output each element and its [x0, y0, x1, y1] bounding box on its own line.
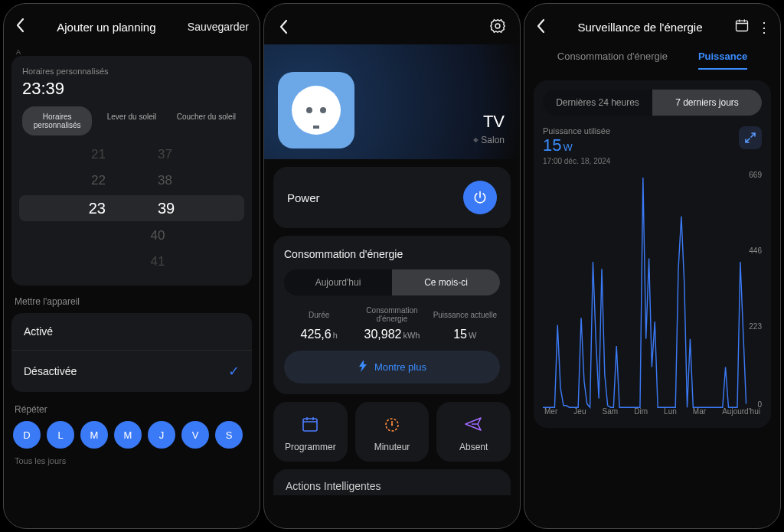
wheel-min-selected[interactable]: 39 [158, 200, 175, 217]
more-icon[interactable]: ⋮ [757, 19, 769, 36]
wheel-min[interactable]: 37 [158, 147, 172, 162]
device-name: TV [473, 112, 505, 132]
custom-hours-label: Horaires personnalisés [22, 67, 241, 76]
back-icon[interactable] [278, 19, 289, 38]
action-away-label: Absent [459, 442, 488, 452]
wheel-min[interactable]: 40 [151, 228, 165, 243]
ytick: 0 [757, 400, 762, 409]
back-icon[interactable] [535, 18, 546, 37]
save-button[interactable]: Sauvegarder [188, 21, 249, 33]
device-room: ⌖ Salon [473, 135, 505, 145]
stat-energy-unit: kWh [403, 331, 420, 340]
day-wed[interactable]: M [114, 421, 142, 449]
action-schedule[interactable]: Programmer [273, 402, 348, 462]
mode-sunset[interactable]: Coucher du soleil [172, 106, 241, 135]
phone-device: TV ⌖ Salon Power Consommation d'énergie … [263, 3, 521, 529]
smart-actions-card[interactable]: Actions Intelligentes [273, 469, 511, 495]
power-chart-card: Dernières 24 heures 7 derniers jours Pui… [534, 80, 771, 428]
period-today[interactable]: Aujourd'hui [284, 269, 392, 295]
header: Surveillance de l'énergie ⋮ [524, 4, 780, 43]
ytick: 669 [749, 171, 762, 179]
stat-power-label: Puissance actuelle [430, 306, 500, 323]
stat-power: Puissance actuelle 15W [430, 306, 500, 341]
stat-energy-label: Consommation d'énergie [357, 306, 426, 323]
action-timer[interactable]: Minuteur [355, 402, 430, 462]
bolt-icon [358, 360, 368, 374]
svg-rect-4 [737, 21, 748, 31]
smart-actions-label: Actions Intelligentes [286, 480, 381, 492]
repeat-label: Répéter [15, 404, 252, 415]
days-row: D L M M J V S [11, 421, 252, 449]
svg-rect-1 [303, 419, 317, 431]
wheel-hour[interactable]: 21 [91, 147, 106, 162]
range-7d[interactable]: 7 derniers jours [652, 90, 762, 116]
day-sat[interactable]: S [215, 421, 243, 449]
power-toggle-button[interactable] [463, 181, 497, 214]
device-icon-tile [278, 72, 354, 149]
svg-point-0 [495, 24, 500, 28]
stats-row: Durée 425,6h Consommation d'énergie 30,9… [284, 306, 500, 341]
consumption-card: Consommation d'énergie Aujourd'hui Ce mo… [273, 236, 511, 394]
state-off-label: Désactivée [24, 365, 77, 377]
day-sun[interactable]: D [13, 421, 41, 449]
action-timer-label: Minuteur [374, 442, 410, 452]
day-tue[interactable]: M [80, 421, 108, 449]
power-used-unit: W [563, 142, 572, 153]
stat-duration-unit: h [333, 331, 338, 340]
period-month[interactable]: Ce mois-ci [392, 269, 500, 295]
page-title: Surveillance de l'énergie [554, 21, 727, 34]
airplane-icon [464, 414, 484, 434]
power-chart[interactable]: 669 446 223 0 [543, 175, 762, 404]
stat-duration-val: 425,6 [301, 328, 332, 341]
tab-consumption[interactable]: Consommation d'énergie [557, 51, 668, 70]
back-icon[interactable] [15, 18, 25, 36]
tabs: Consommation d'énergie Puissance [524, 51, 780, 70]
day-mon[interactable]: L [47, 421, 74, 449]
power-card: Power [273, 167, 511, 228]
day-fri[interactable]: V [181, 421, 209, 449]
range-24h[interactable]: Dernières 24 heures [543, 90, 652, 116]
wheel-min[interactable]: 38 [158, 173, 172, 188]
chart-timestamp: 17:00 déc. 18, 2024 [543, 157, 762, 165]
wheel-min[interactable]: 41 [151, 254, 165, 269]
day-thu[interactable]: J [148, 421, 175, 449]
state-off-option[interactable]: Désactivée ✓ [11, 351, 252, 392]
stat-energy-val: 30,982 [364, 328, 402, 341]
power-label: Power [287, 191, 320, 204]
page-title: Ajouter un planning [33, 21, 180, 34]
consumption-title: Consommation d'énergie [284, 248, 500, 260]
stat-duration: Durée 425,6h [284, 306, 354, 341]
ytick: 223 [749, 322, 762, 331]
state-on-label: Activé [24, 325, 53, 338]
expand-chart-button[interactable] [739, 126, 762, 149]
device-state-label: Mettre l'appareil [15, 296, 252, 307]
tab-power[interactable]: Puissance [698, 51, 747, 70]
show-more-button[interactable]: Montre plus [284, 351, 500, 383]
show-more-label: Montre plus [374, 361, 426, 373]
svg-point-3 [391, 424, 393, 426]
stat-energy: Consommation d'énergie 30,982kWh [357, 306, 426, 341]
ytick: 446 [749, 246, 762, 255]
power-used-label: Puissance utilisée [543, 126, 610, 135]
mode-sunrise[interactable]: Lever du soleil [96, 106, 166, 135]
header: Ajouter un planning Sauvegarder [4, 4, 260, 44]
selected-time: 23:39 [22, 79, 241, 99]
period-segment: Aujourd'hui Ce mois-ci [284, 269, 500, 295]
state-on-option[interactable]: Activé [11, 313, 252, 350]
action-away[interactable]: Absent [436, 402, 511, 462]
power-used-value: 15 [543, 135, 561, 155]
settings-icon[interactable] [489, 18, 506, 38]
wheel-hour[interactable]: 22 [91, 173, 106, 188]
action-schedule-label: Programmer [285, 442, 336, 452]
stat-power-val: 15 [453, 328, 467, 341]
every-day-note: Tous les jours [15, 456, 252, 465]
time-picker-wheel[interactable]: 2137 2238 2339 40 41 [22, 142, 241, 275]
quick-actions: Programmer Minuteur Absent [273, 402, 511, 462]
device-hero: TV ⌖ Salon [264, 44, 520, 159]
calendar-icon[interactable] [734, 18, 750, 37]
wheel-hour-selected[interactable]: 23 [89, 200, 106, 217]
mode-custom[interactable]: Horaires personnalisés [22, 106, 92, 135]
stat-power-unit: W [469, 331, 476, 340]
timer-icon [383, 414, 401, 434]
plug-icon [292, 86, 341, 135]
